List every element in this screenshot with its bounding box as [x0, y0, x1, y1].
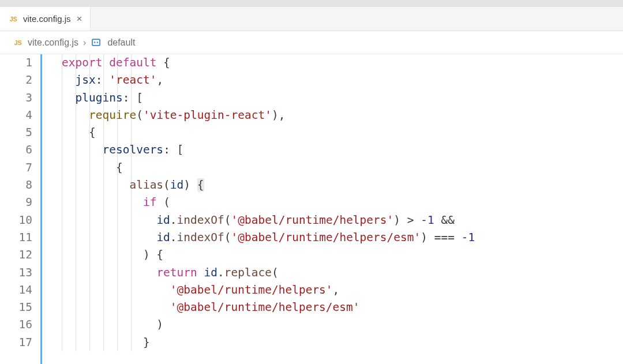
- breadcrumb-symbol[interactable]: default: [107, 37, 135, 48]
- tab-bar-empty: [91, 7, 623, 31]
- tab-vite-config[interactable]: JS vite.config.js ×: [0, 7, 91, 31]
- svg-rect-0: [92, 39, 100, 46]
- editor[interactable]: 1234567891011121314151617 export default…: [0, 54, 623, 364]
- line-number: 3: [0, 89, 32, 107]
- js-file-icon: JS: [13, 37, 23, 48]
- svg-point-2: [97, 42, 99, 43]
- tab-label: vite.config.js: [23, 14, 71, 24]
- line-number-gutter: 1234567891011121314151617: [0, 54, 40, 364]
- code-line[interactable]: id.indexOf('@babel/runtime/helpers') > -…: [62, 212, 623, 229]
- code-line[interactable]: export default {: [62, 54, 623, 72]
- tab-bar: JS vite.config.js ×: [0, 7, 623, 31]
- code-line[interactable]: alias(id) {: [62, 177, 623, 194]
- code-line[interactable]: return id.replace(: [62, 264, 623, 282]
- line-number: 8: [0, 177, 32, 194]
- code-line[interactable]: resolvers: [: [62, 141, 623, 159]
- code-line[interactable]: jsx: 'react',: [62, 72, 623, 89]
- line-number: 7: [0, 159, 32, 177]
- code-line[interactable]: plugins: [: [62, 89, 623, 107]
- line-number: 11: [0, 229, 32, 246]
- breadcrumb-file[interactable]: vite.config.js: [28, 37, 78, 48]
- line-number: 1: [0, 54, 32, 72]
- code-line[interactable]: }: [62, 334, 623, 351]
- code-line[interactable]: if (: [62, 194, 623, 211]
- title-bar: [0, 0, 623, 7]
- close-icon[interactable]: ×: [76, 13, 84, 25]
- line-number: 5: [0, 124, 32, 141]
- line-number: 14: [0, 282, 32, 299]
- chevron-right-icon: ›: [83, 37, 86, 48]
- code-line[interactable]: {: [62, 124, 623, 141]
- line-number: 16: [0, 316, 32, 333]
- code-line[interactable]: ) {: [62, 246, 623, 264]
- code-line[interactable]: {: [62, 159, 623, 177]
- code-line[interactable]: id.indexOf('@babel/runtime/helpers/esm')…: [62, 229, 623, 246]
- line-number: 13: [0, 264, 32, 282]
- symbol-constant-icon: [91, 37, 102, 48]
- js-file-icon: JS: [8, 14, 18, 24]
- line-number: 2: [0, 72, 32, 89]
- line-number: 15: [0, 299, 32, 316]
- line-number: 4: [0, 107, 32, 124]
- code-line[interactable]: ): [62, 316, 623, 333]
- breadcrumb: JS vite.config.js › default: [0, 31, 623, 54]
- line-number: 17: [0, 334, 32, 351]
- line-number: 12: [0, 246, 32, 264]
- code-line[interactable]: require('vite-plugin-react'),: [62, 107, 623, 124]
- svg-point-1: [94, 42, 96, 43]
- line-number: 10: [0, 212, 32, 229]
- line-number: 9: [0, 194, 32, 211]
- code-line[interactable]: '@babel/runtime/helpers/esm': [62, 299, 623, 316]
- code-content[interactable]: export default { jsx: 'react', plugins: …: [42, 54, 623, 364]
- code-line[interactable]: '@babel/runtime/helpers',: [62, 282, 623, 299]
- line-number: 6: [0, 141, 32, 159]
